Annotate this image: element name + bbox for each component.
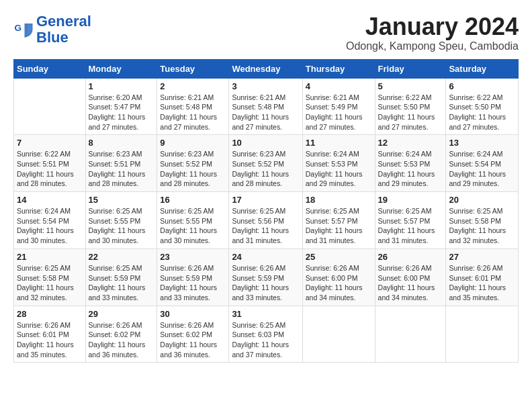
cell-info: Sunrise: 6:25 AM Sunset: 5:58 PM Dayligh… bbox=[17, 263, 83, 303]
calendar-cell: 10Sunrise: 6:23 AM Sunset: 5:52 PM Dayli… bbox=[229, 135, 302, 192]
calendar-cell: 23Sunrise: 6:26 AM Sunset: 5:59 PM Dayli… bbox=[157, 248, 229, 306]
day-number: 20 bbox=[449, 195, 515, 205]
day-number: 15 bbox=[89, 195, 154, 205]
day-number: 11 bbox=[306, 138, 372, 148]
cell-info: Sunrise: 6:26 AM Sunset: 6:02 PM Dayligh… bbox=[160, 320, 226, 360]
calendar-cell: 1Sunrise: 6:20 AM Sunset: 5:47 PM Daylig… bbox=[85, 78, 157, 135]
day-number: 5 bbox=[378, 81, 443, 91]
day-number: 31 bbox=[232, 309, 299, 319]
calendar-cell: 16Sunrise: 6:25 AM Sunset: 5:55 PM Dayli… bbox=[157, 192, 229, 249]
logo-text: General Blue bbox=[36, 13, 91, 46]
cell-info: Sunrise: 6:25 AM Sunset: 5:59 PM Dayligh… bbox=[89, 263, 154, 303]
calendar-cell: 27Sunrise: 6:26 AM Sunset: 6:01 PM Dayli… bbox=[446, 248, 519, 306]
calendar-cell: 7Sunrise: 6:22 AM Sunset: 5:51 PM Daylig… bbox=[14, 135, 86, 192]
calendar-week-row: 21Sunrise: 6:25 AM Sunset: 5:58 PM Dayli… bbox=[14, 248, 519, 306]
cell-info: Sunrise: 6:24 AM Sunset: 5:54 PM Dayligh… bbox=[449, 149, 515, 189]
calendar-cell: 4Sunrise: 6:21 AM Sunset: 5:49 PM Daylig… bbox=[302, 78, 375, 135]
calendar-body: 1Sunrise: 6:20 AM Sunset: 5:47 PM Daylig… bbox=[14, 78, 519, 363]
logo: G General Blue bbox=[13, 13, 91, 46]
calendar-week-row: 28Sunrise: 6:26 AM Sunset: 6:01 PM Dayli… bbox=[14, 306, 519, 363]
calendar-cell: 15Sunrise: 6:25 AM Sunset: 5:55 PM Dayli… bbox=[85, 192, 157, 249]
cell-info: Sunrise: 6:23 AM Sunset: 5:52 PM Dayligh… bbox=[160, 149, 226, 189]
day-number: 10 bbox=[232, 138, 299, 148]
calendar-cell: 25Sunrise: 6:26 AM Sunset: 6:00 PM Dayli… bbox=[302, 248, 375, 306]
calendar-cell bbox=[375, 306, 446, 363]
cell-info: Sunrise: 6:21 AM Sunset: 5:49 PM Dayligh… bbox=[306, 93, 372, 132]
day-number: 30 bbox=[160, 309, 226, 319]
weekday-header: Thursday bbox=[302, 59, 375, 78]
day-number: 8 bbox=[89, 138, 154, 148]
weekday-header: Sunday bbox=[14, 59, 86, 78]
calendar-table: SundayMondayTuesdayWednesdayThursdayFrid… bbox=[13, 59, 519, 363]
cell-info: Sunrise: 6:23 AM Sunset: 5:52 PM Dayligh… bbox=[232, 149, 299, 189]
calendar-cell: 21Sunrise: 6:25 AM Sunset: 5:58 PM Dayli… bbox=[14, 248, 86, 306]
day-number: 27 bbox=[449, 252, 515, 262]
cell-info: Sunrise: 6:26 AM Sunset: 6:02 PM Dayligh… bbox=[89, 320, 154, 360]
day-number: 12 bbox=[378, 138, 443, 148]
calendar-cell: 6Sunrise: 6:22 AM Sunset: 5:50 PM Daylig… bbox=[446, 78, 519, 135]
day-number: 17 bbox=[232, 195, 299, 205]
calendar-cell: 31Sunrise: 6:25 AM Sunset: 6:03 PM Dayli… bbox=[229, 306, 302, 363]
calendar-cell: 13Sunrise: 6:24 AM Sunset: 5:54 PM Dayli… bbox=[446, 135, 519, 192]
calendar-week-row: 1Sunrise: 6:20 AM Sunset: 5:47 PM Daylig… bbox=[14, 78, 519, 135]
cell-info: Sunrise: 6:21 AM Sunset: 5:48 PM Dayligh… bbox=[232, 93, 299, 132]
cell-info: Sunrise: 6:24 AM Sunset: 5:54 PM Dayligh… bbox=[17, 206, 83, 246]
cell-info: Sunrise: 6:26 AM Sunset: 6:00 PM Dayligh… bbox=[378, 263, 443, 303]
cell-info: Sunrise: 6:22 AM Sunset: 5:51 PM Dayligh… bbox=[17, 149, 83, 189]
calendar-cell: 8Sunrise: 6:23 AM Sunset: 5:51 PM Daylig… bbox=[85, 135, 157, 192]
calendar-cell: 26Sunrise: 6:26 AM Sunset: 6:00 PM Dayli… bbox=[375, 248, 446, 306]
calendar-cell: 17Sunrise: 6:25 AM Sunset: 5:56 PM Dayli… bbox=[229, 192, 302, 249]
weekday-header: Monday bbox=[85, 59, 157, 78]
month-title: January 2024 bbox=[346, 13, 519, 40]
cell-info: Sunrise: 6:26 AM Sunset: 6:01 PM Dayligh… bbox=[17, 320, 83, 360]
calendar-cell: 14Sunrise: 6:24 AM Sunset: 5:54 PM Dayli… bbox=[14, 192, 86, 249]
calendar-cell: 22Sunrise: 6:25 AM Sunset: 5:59 PM Dayli… bbox=[85, 248, 157, 306]
calendar-cell: 9Sunrise: 6:23 AM Sunset: 5:52 PM Daylig… bbox=[157, 135, 229, 192]
cell-info: Sunrise: 6:25 AM Sunset: 5:56 PM Dayligh… bbox=[232, 206, 299, 246]
calendar-header-row: SundayMondayTuesdayWednesdayThursdayFrid… bbox=[14, 59, 519, 78]
cell-info: Sunrise: 6:26 AM Sunset: 5:59 PM Dayligh… bbox=[232, 263, 299, 303]
cell-info: Sunrise: 6:24 AM Sunset: 5:53 PM Dayligh… bbox=[306, 149, 372, 189]
calendar-cell bbox=[302, 306, 375, 363]
weekday-header: Wednesday bbox=[229, 59, 302, 78]
day-number: 24 bbox=[232, 252, 299, 262]
calendar-cell: 29Sunrise: 6:26 AM Sunset: 6:02 PM Dayli… bbox=[85, 306, 157, 363]
cell-info: Sunrise: 6:23 AM Sunset: 5:51 PM Dayligh… bbox=[89, 149, 154, 189]
day-number: 2 bbox=[160, 81, 226, 91]
cell-info: Sunrise: 6:22 AM Sunset: 5:50 PM Dayligh… bbox=[449, 93, 515, 132]
calendar-cell: 24Sunrise: 6:26 AM Sunset: 5:59 PM Dayli… bbox=[229, 248, 302, 306]
title-area: January 2024 Odongk, Kampong Speu, Cambo… bbox=[346, 13, 519, 52]
calendar-week-row: 7Sunrise: 6:22 AM Sunset: 5:51 PM Daylig… bbox=[14, 135, 519, 192]
day-number: 21 bbox=[17, 252, 83, 262]
day-number: 18 bbox=[306, 195, 372, 205]
day-number: 23 bbox=[160, 252, 226, 262]
calendar-cell: 5Sunrise: 6:22 AM Sunset: 5:50 PM Daylig… bbox=[375, 78, 446, 135]
calendar-cell bbox=[14, 78, 86, 135]
day-number: 1 bbox=[89, 81, 154, 91]
day-number: 14 bbox=[17, 195, 83, 205]
day-number: 25 bbox=[306, 252, 372, 262]
calendar-week-row: 14Sunrise: 6:24 AM Sunset: 5:54 PM Dayli… bbox=[14, 192, 519, 249]
calendar-cell: 30Sunrise: 6:26 AM Sunset: 6:02 PM Dayli… bbox=[157, 306, 229, 363]
calendar-cell: 11Sunrise: 6:24 AM Sunset: 5:53 PM Dayli… bbox=[302, 135, 375, 192]
calendar-cell: 19Sunrise: 6:25 AM Sunset: 5:57 PM Dayli… bbox=[375, 192, 446, 249]
cell-info: Sunrise: 6:26 AM Sunset: 5:59 PM Dayligh… bbox=[160, 263, 226, 303]
day-number: 7 bbox=[17, 138, 83, 148]
weekday-header: Saturday bbox=[446, 59, 519, 78]
cell-info: Sunrise: 6:26 AM Sunset: 6:01 PM Dayligh… bbox=[449, 263, 515, 303]
cell-info: Sunrise: 6:25 AM Sunset: 5:55 PM Dayligh… bbox=[160, 206, 226, 246]
cell-info: Sunrise: 6:25 AM Sunset: 6:03 PM Dayligh… bbox=[232, 320, 299, 360]
calendar-cell bbox=[446, 306, 519, 363]
calendar-cell: 3Sunrise: 6:21 AM Sunset: 5:48 PM Daylig… bbox=[229, 78, 302, 135]
cell-info: Sunrise: 6:25 AM Sunset: 5:57 PM Dayligh… bbox=[306, 206, 372, 246]
cell-info: Sunrise: 6:22 AM Sunset: 5:50 PM Dayligh… bbox=[378, 93, 443, 132]
calendar-cell: 2Sunrise: 6:21 AM Sunset: 5:48 PM Daylig… bbox=[157, 78, 229, 135]
day-number: 28 bbox=[17, 309, 83, 319]
svg-text:G: G bbox=[15, 23, 22, 33]
calendar-cell: 18Sunrise: 6:25 AM Sunset: 5:57 PM Dayli… bbox=[302, 192, 375, 249]
cell-info: Sunrise: 6:21 AM Sunset: 5:48 PM Dayligh… bbox=[160, 93, 226, 132]
day-number: 13 bbox=[449, 138, 515, 148]
location: Odongk, Kampong Speu, Cambodia bbox=[346, 40, 519, 52]
cell-info: Sunrise: 6:24 AM Sunset: 5:53 PM Dayligh… bbox=[378, 149, 443, 189]
weekday-header: Friday bbox=[375, 59, 446, 78]
